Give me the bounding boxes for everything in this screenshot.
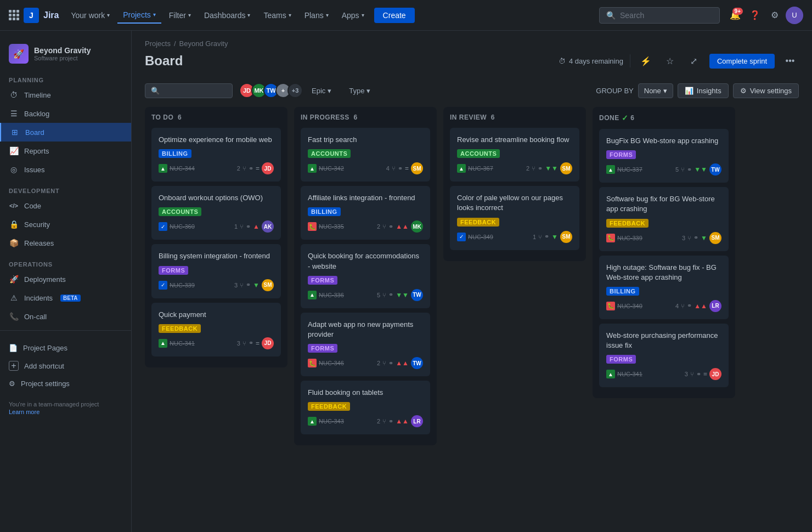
card-nuc-337[interactable]: BugFix BG Web-store app crashing FORMS ▲… bbox=[599, 129, 729, 183]
issue-type-icon: 🐛 bbox=[606, 302, 615, 310]
notification-badge: 9+ bbox=[732, 8, 743, 15]
timeline-icon: ⏱ bbox=[9, 90, 19, 100]
column-inreview: IN REVIEW 6 Revise and streamline bookin… bbox=[443, 107, 586, 261]
column-title-inprogress: IN PROGRESS 6 bbox=[301, 114, 358, 121]
card-footer: ▲ NUC-343 2 ⑂ ⚭ ▲▲ LR bbox=[308, 415, 423, 427]
card-meta: 3 ⑂ ⚭ ▼ bbox=[682, 234, 707, 242]
card-nuc-360[interactable]: Onboard workout options (OWO) ACCOUNTS ✓… bbox=[151, 186, 281, 240]
sidebar-item-project-pages[interactable]: 📄 Project Pages bbox=[9, 339, 122, 356]
card-nuc-339-done[interactable]: Software bug fix for BG Web-store app cr… bbox=[599, 187, 729, 251]
nav-apps[interactable]: Apps ▾ bbox=[336, 8, 370, 23]
board-search-box[interactable]: 🔍 bbox=[145, 83, 233, 98]
sidebar-item-releases[interactable]: 📦 Releases bbox=[0, 234, 131, 252]
card-meta: 3 ⑂ ⚭ = bbox=[237, 339, 260, 347]
card-assignee: SM bbox=[411, 162, 423, 174]
top-navigation: J Jira Your work ▾ Projects ▾ Filter ▾ D… bbox=[0, 0, 812, 31]
sidebar-item-reports[interactable]: 📈 Reports bbox=[0, 142, 131, 160]
card-nuc-344[interactable]: Optimize experience for mobile web BILLI… bbox=[151, 128, 281, 182]
issues-icon: ◎ bbox=[9, 165, 19, 174]
board-search-input[interactable] bbox=[163, 87, 227, 95]
card-meta: 1 ⑂ ⚭ ▲ bbox=[234, 223, 260, 230]
notifications-button[interactable]: 🔔 9+ bbox=[726, 7, 744, 24]
sidebar-item-deployments[interactable]: 🚀 Deployments bbox=[0, 270, 131, 288]
type-filter-button[interactable]: Type ▾ bbox=[343, 84, 376, 98]
view-settings-button[interactable]: ⚙ View settings bbox=[733, 83, 799, 98]
card-nuc-343[interactable]: Fluid booking on tablets FEEDBACK ▲ NUC-… bbox=[301, 381, 430, 434]
column-title-done: DONE ✓ 6 bbox=[599, 114, 634, 122]
sidebar-item-timeline[interactable]: ⏱ Timeline bbox=[0, 86, 131, 104]
card-nuc-349[interactable]: Color of pale yellow on our pages looks … bbox=[450, 186, 579, 250]
search-icon: 🔍 bbox=[606, 11, 616, 20]
chevron-icon: ▾ bbox=[326, 12, 329, 18]
card-nuc-335[interactable]: Affiliate links integration - frontend B… bbox=[301, 186, 430, 240]
expand-button[interactable]: ⤢ bbox=[685, 52, 703, 70]
card-assignee: SM bbox=[560, 162, 572, 174]
card-nuc-336[interactable]: Quick booking for accommodations - websi… bbox=[301, 244, 430, 308]
sidebar-item-project-settings[interactable]: ⚙ Project settings bbox=[9, 375, 122, 392]
card-nuc-346[interactable]: Adapt web app no new payments provider F… bbox=[301, 313, 430, 376]
card-nuc-341-done[interactable]: Web-store purchasing performance issue f… bbox=[599, 324, 729, 387]
lightning-button[interactable]: ⚡ bbox=[637, 52, 655, 70]
card-tag: ACCOUNTS bbox=[308, 149, 351, 158]
deployments-icon: 🚀 bbox=[9, 274, 19, 284]
card-nuc-341-todo[interactable]: Quick payment FEEDBACK ▲ NUC-341 3 ⑂ ⚭ =… bbox=[151, 303, 281, 356]
team-managed-text: You're in a team-managed project bbox=[0, 397, 131, 409]
sidebar-item-security[interactable]: 🔒 Security bbox=[0, 215, 131, 234]
card-nuc-339-todo[interactable]: Billing system integration - frontend FO… bbox=[151, 244, 281, 298]
development-section-title: DEVELOPMENT bbox=[0, 183, 131, 196]
sidebar-bottom: 📄 Project Pages + Add shortcut ⚙ Project… bbox=[0, 335, 131, 397]
breadcrumb-project-name[interactable]: Beyond Gravity bbox=[179, 39, 228, 48]
group-by-select[interactable]: None ▾ bbox=[638, 83, 673, 98]
sidebar-item-backlog[interactable]: ☰ Backlog bbox=[0, 104, 131, 123]
learn-more-link[interactable]: Learn more bbox=[0, 409, 131, 424]
sidebar: 🚀 Beyond Gravity Software project PLANNI… bbox=[0, 31, 132, 532]
sidebar-item-code[interactable]: </> Code bbox=[0, 196, 131, 215]
card-footer: 🐛 NUC-346 2 ⑂ ⚭ ▲▲ TW bbox=[308, 357, 423, 369]
nav-plans[interactable]: Plans ▾ bbox=[299, 8, 334, 23]
page-title: Board bbox=[145, 53, 183, 69]
nav-teams[interactable]: Teams ▾ bbox=[258, 8, 296, 23]
story-points-icon: ⑂ bbox=[243, 340, 246, 347]
project-name: Beyond Gravity bbox=[34, 46, 122, 55]
nav-projects[interactable]: Projects ▾ bbox=[117, 7, 161, 24]
card-nuc-340[interactable]: High outage: Software bug fix - BG Web-s… bbox=[599, 256, 729, 319]
operations-section-title: OPERATIONS bbox=[0, 257, 131, 270]
chevron-icon: ▾ bbox=[107, 12, 110, 18]
card-footer: ▲ NUC-344 2 ⑂ ⚭ = JD bbox=[159, 162, 274, 174]
app-logo[interactable]: J Jira bbox=[9, 8, 59, 23]
card-tag: BILLING bbox=[606, 287, 639, 296]
card-nuc-342[interactable]: Fast trip search ACCOUNTS ▲ NUC-342 4 ⑂ … bbox=[301, 128, 430, 182]
epic-filter-button[interactable]: Epic ▾ bbox=[306, 84, 337, 98]
create-button[interactable]: Create bbox=[374, 8, 415, 23]
child-issues-icon: ⚭ bbox=[246, 281, 251, 288]
nav-dashboards[interactable]: Dashboards ▾ bbox=[199, 8, 256, 23]
sidebar-item-add-shortcut[interactable]: + Add shortcut bbox=[9, 356, 122, 375]
search-input[interactable] bbox=[620, 11, 713, 20]
search-box[interactable]: 🔍 bbox=[599, 7, 720, 24]
complete-sprint-button[interactable]: Complete sprint bbox=[709, 54, 775, 69]
nav-your-work[interactable]: Your work ▾ bbox=[65, 8, 115, 23]
planning-section-title: PLANNING bbox=[0, 72, 131, 86]
avatar-count[interactable]: +3 bbox=[287, 83, 303, 98]
toolbar-right: GROUP BY None ▾ 📊 Insights ⚙ View settin… bbox=[596, 83, 799, 98]
story-points-icon: ⑂ bbox=[240, 282, 244, 288]
nav-filter[interactable]: Filter ▾ bbox=[163, 8, 196, 23]
project-type: Software project bbox=[34, 55, 122, 61]
priority-icon: ▲▲ bbox=[396, 223, 409, 230]
insights-button[interactable]: 📊 Insights bbox=[678, 83, 729, 98]
sidebar-item-issues[interactable]: ◎ Issues bbox=[0, 160, 131, 179]
user-avatar[interactable]: U bbox=[786, 7, 803, 24]
sidebar-item-incidents[interactable]: ⚠ Incidents BETA bbox=[0, 288, 131, 307]
card-meta: 3 ⑂ ⚭ ▼ bbox=[234, 281, 260, 289]
card-assignee: JD bbox=[709, 368, 721, 380]
security-icon: 🔒 bbox=[9, 219, 19, 229]
settings-button[interactable]: ⚙ bbox=[766, 7, 783, 24]
sidebar-item-board[interactable]: ⊞ Board bbox=[0, 123, 131, 142]
help-button[interactable]: ❓ bbox=[746, 7, 764, 24]
star-button[interactable]: ☆ bbox=[661, 52, 679, 70]
card-nuc-367[interactable]: Revise and streamline booking flow ACCOU… bbox=[450, 128, 579, 182]
breadcrumb-projects[interactable]: Projects bbox=[145, 39, 171, 48]
sidebar-item-oncall[interactable]: 📞 On-call bbox=[0, 307, 131, 326]
card-assignee: MK bbox=[411, 220, 423, 233]
more-options-button[interactable]: ••• bbox=[781, 52, 799, 70]
